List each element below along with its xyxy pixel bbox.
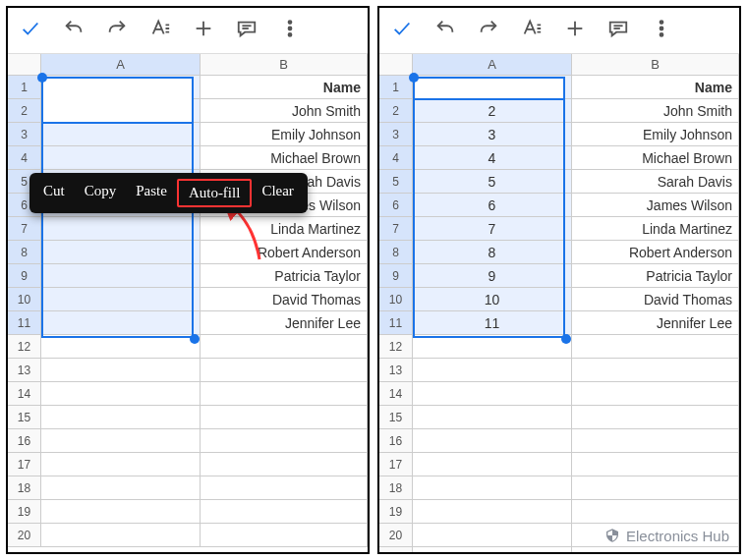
row-header[interactable]: 5 [379,170,413,194]
cell-b[interactable]: Jennifer Lee [201,311,368,335]
row-header[interactable]: 20 [8,524,41,547]
confirm-icon[interactable] [391,18,413,39]
row-header[interactable]: 9 [379,264,413,288]
row-header[interactable]: 10 [379,288,413,311]
col-header-b[interactable]: B [201,54,368,76]
row-header[interactable]: 12 [379,335,413,359]
cell-b[interactable] [572,359,739,382]
cell-a[interactable] [41,217,201,241]
row-header[interactable]: 4 [8,146,41,170]
row-header[interactable]: 16 [8,429,41,453]
cell-a[interactable] [41,453,201,476]
cell-b[interactable]: Linda Martinez [572,217,739,241]
row-header[interactable]: 7 [8,217,41,241]
row-header[interactable]: 10 [8,288,41,311]
cell-b[interactable]: Robert Anderson [201,241,368,264]
cell-a[interactable] [41,264,201,288]
cell-b[interactable] [201,476,368,500]
confirm-icon[interactable] [20,18,41,39]
cell-a[interactable] [413,429,572,453]
cell-a[interactable]: 2 [413,99,572,123]
row-header[interactable]: 3 [8,123,41,146]
comment-icon[interactable] [236,18,258,39]
cell-b[interactable] [572,453,739,476]
text-format-icon[interactable] [521,18,543,39]
cell-b[interactable]: Name [572,76,739,99]
cell-a[interactable] [41,524,201,547]
undo-icon[interactable] [434,18,456,39]
cell-a[interactable] [413,406,572,429]
cell-a[interactable] [41,429,201,453]
cell-a[interactable] [41,359,201,382]
cell-b[interactable]: Emily Johnson [572,123,739,146]
cell-b[interactable]: David Thomas [572,288,739,311]
corner-cell[interactable] [379,54,413,76]
cell-b[interactable] [201,500,368,524]
cell-a[interactable]: 3 [413,123,572,146]
row-header[interactable]: 1 [8,76,41,99]
cell-b[interactable]: Patricia Taylor [201,264,368,288]
cell-b[interactable]: James Wilson [572,194,739,217]
cell-a[interactable] [413,476,572,500]
row-header[interactable]: 16 [379,429,413,453]
ctx-copy[interactable]: Copy [75,179,127,207]
cell-a[interactable] [413,382,572,406]
row-header[interactable]: 15 [379,406,413,429]
redo-icon[interactable] [478,18,499,39]
row-header[interactable]: 21 [379,547,413,554]
row-header[interactable]: 13 [379,359,413,382]
cell-a[interactable] [413,500,572,524]
row-header[interactable]: 14 [8,382,41,406]
cell-a[interactable] [41,500,201,524]
cell-b[interactable] [572,382,739,406]
row-header[interactable]: 11 [379,311,413,335]
row-header[interactable]: 7 [379,217,413,241]
row-header[interactable]: 12 [8,335,41,359]
row-header[interactable]: 2 [8,99,41,123]
comment-icon[interactable] [607,18,629,39]
cell-a[interactable]: 2 [41,99,201,123]
row-header[interactable]: 9 [8,264,41,288]
cell-b[interactable]: Name [201,76,368,99]
plus-icon[interactable] [564,18,586,39]
cell-a[interactable]: 10 [413,288,572,311]
cell-a[interactable]: 5 [413,170,572,194]
row-header[interactable]: 13 [8,359,41,382]
cell-b[interactable] [201,359,368,382]
spreadsheet-grid-right[interactable]: A B 11Name22John Smith33Emily Johnson44M… [379,53,739,554]
col-header-a[interactable]: A [413,54,572,76]
cell-a[interactable] [41,382,201,406]
spreadsheet-grid-left[interactable]: A B 11Name22John Smith3Emily Johnson4Mic… [8,53,368,547]
row-header[interactable]: 17 [379,453,413,476]
row-header[interactable]: 8 [8,241,41,264]
col-header-a[interactable]: A [41,54,201,76]
cell-b[interactable]: John Smith [201,99,368,123]
row-header[interactable]: 17 [8,453,41,476]
row-header[interactable]: 3 [379,123,413,146]
cell-b[interactable]: Robert Anderson [572,241,739,264]
cell-a[interactable]: 9 [413,264,572,288]
row-header[interactable]: 19 [379,500,413,524]
row-header[interactable]: 4 [379,146,413,170]
cell-b[interactable]: Jennifer Lee [572,311,739,335]
cell-a[interactable]: 1 [413,76,572,99]
ctx-cut[interactable]: Cut [33,179,75,207]
row-header[interactable]: 14 [379,382,413,406]
cell-a[interactable] [413,524,572,547]
cell-a[interactable] [41,123,201,146]
row-header[interactable]: 15 [8,406,41,429]
cell-a[interactable] [41,406,201,429]
col-header-b[interactable]: B [572,54,739,76]
cell-a[interactable] [413,453,572,476]
row-header[interactable]: 18 [379,476,413,500]
ctx-autofill[interactable]: Auto-fill [177,179,253,207]
undo-icon[interactable] [63,18,85,39]
cell-b[interactable]: Patricia Taylor [572,264,739,288]
redo-icon[interactable] [106,18,128,39]
cell-b[interactable]: David Thomas [201,288,368,311]
cell-b[interactable] [572,335,739,359]
cell-b[interactable] [201,382,368,406]
cell-b[interactable]: Linda Martinez [201,217,368,241]
cell-a[interactable] [41,335,201,359]
cell-b[interactable]: Michael Brown [201,146,368,170]
